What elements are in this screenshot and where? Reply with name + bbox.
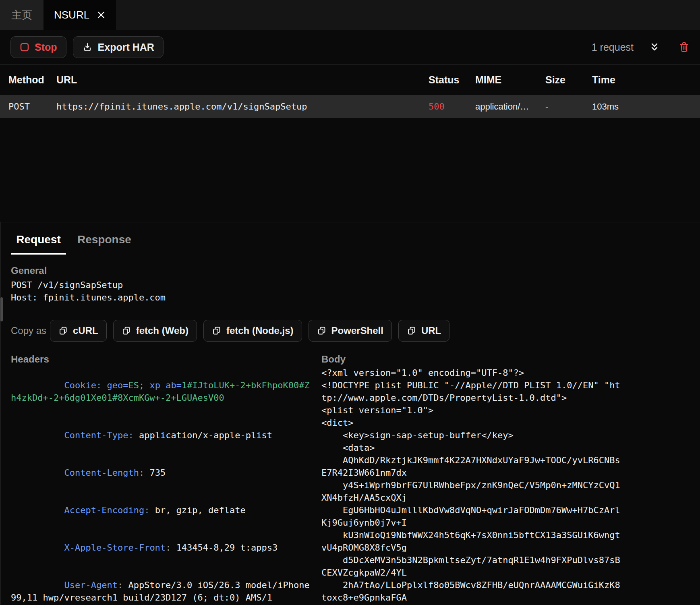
double-chevron-down-icon xyxy=(649,42,660,52)
cell-method: POST xyxy=(8,102,56,112)
copy-url-button[interactable]: URL xyxy=(398,320,449,342)
section-heading-general: General xyxy=(11,265,700,276)
copy-icon xyxy=(58,326,68,336)
headers-list: Cookie: geo=ES; xp_ab=1#IJtoLUK+-2+bkFhp… xyxy=(11,367,312,605)
request-count: 1 request xyxy=(592,41,634,53)
cell-time: 103ms xyxy=(592,102,620,112)
copy-curl-button[interactable]: cURL xyxy=(50,320,107,342)
tab-response[interactable]: Response xyxy=(77,232,131,255)
header-entry: Content-Type: application/x-apple-plist xyxy=(11,416,312,454)
general-request-line: POST /v1/signSapSetup xyxy=(11,279,700,291)
body-content: <?xml version="1.0" encoding="UTF-8"?> <… xyxy=(321,367,623,605)
column-header-time: Time xyxy=(592,74,620,86)
header-key: User-Agent xyxy=(64,580,117,590)
tab-request[interactable]: Request xyxy=(11,232,66,255)
stop-button-label: Stop xyxy=(35,41,57,53)
tab-strip-filler xyxy=(116,0,700,30)
header-entry-cookie: Cookie: geo=ES; xp_ab=1#IJtoLUK+-2+bkFhp… xyxy=(11,367,312,416)
general-section: POST /v1/signSapSetup Host: fpinit.itune… xyxy=(11,279,700,304)
header-value: 143454-8,29 t:apps3 xyxy=(176,543,278,553)
stop-icon xyxy=(20,42,29,52)
header-key: Accept-Encoding xyxy=(64,505,144,515)
stop-button[interactable]: Stop xyxy=(10,36,66,58)
download-icon xyxy=(82,42,93,52)
section-heading-body: Body xyxy=(321,354,623,365)
trash-icon xyxy=(679,41,690,53)
header-entry: X-Apple-Store-Front: 143454-8,29 t:apps3 xyxy=(11,529,312,566)
export-har-button[interactable]: Export HAR xyxy=(73,36,164,58)
section-heading-headers: Headers xyxy=(11,354,312,365)
table-header: Method URL Status MIME Size Time xyxy=(0,64,700,95)
column-header-status: Status xyxy=(429,74,475,86)
general-host-line: Host: fpinit.itunes.apple.com xyxy=(11,291,700,304)
cell-status: 500 xyxy=(429,102,475,112)
tab-home-label: 主页 xyxy=(11,8,32,22)
copy-fetch-web-label: fetch (Web) xyxy=(136,325,188,336)
copy-powershell-button[interactable]: PowerShell xyxy=(309,320,392,342)
header-value: 735 xyxy=(149,468,166,478)
header-value: br, gzip, deflate xyxy=(155,505,246,515)
header-key: X-Apple-Store-Front xyxy=(64,543,166,553)
copy-url-label: URL xyxy=(421,325,441,336)
copy-icon xyxy=(212,326,222,336)
header-key: Content-Length xyxy=(64,468,139,478)
copy-curl-label: cURL xyxy=(73,325,98,336)
header-key: Cookie xyxy=(64,380,96,390)
clear-requests-button[interactable] xyxy=(679,41,690,53)
toolbar: Stop Export HAR 1 request xyxy=(0,30,700,64)
cookie-geo-value: ES; xyxy=(128,380,149,390)
column-header-size: Size xyxy=(545,74,592,86)
request-list-empty-area xyxy=(0,118,700,222)
cell-size: - xyxy=(545,102,592,112)
export-har-label: Export HAR xyxy=(98,41,154,53)
detail-panel: Request Response General POST /v1/signSa… xyxy=(0,222,700,605)
copy-icon xyxy=(317,326,327,336)
headers-column: Headers Cookie: geo=ES; xp_ab=1#IJtoLUK+… xyxy=(11,354,312,605)
copy-icon xyxy=(407,326,416,336)
body-column: Body <?xml version="1.0" encoding="UTF-8… xyxy=(321,354,623,605)
copy-as-label: Copy as xyxy=(11,325,50,336)
header-value: AppStore/3.0 iOS/26.3 model/iPhone99,11 … xyxy=(11,580,310,603)
header-value: application/x-apple-plist xyxy=(139,430,272,440)
tab-nsurl[interactable]: NSURL xyxy=(43,0,116,30)
copy-fetch-web-button[interactable]: fetch (Web) xyxy=(113,320,197,342)
detail-columns: Headers Cookie: geo=ES; xp_ab=1#IJtoLUK+… xyxy=(11,354,700,605)
scrollbar-thumb[interactable] xyxy=(0,297,3,321)
copy-icon xyxy=(122,326,131,336)
column-header-url: URL xyxy=(56,74,429,86)
copy-fetch-node-label: fetch (Node.js) xyxy=(226,325,294,336)
header-entry: User-Agent: AppStore/3.0 iOS/26.3 model/… xyxy=(11,566,312,605)
header-entry: Accept-Encoding: br, gzip, deflate xyxy=(11,491,312,529)
cookie-xpab-key: xp_ab= xyxy=(149,380,181,390)
tab-strip: 主页 NSURL xyxy=(0,0,700,30)
tab-nsurl-label: NSURL xyxy=(54,9,89,21)
header-key: Content-Type xyxy=(64,430,128,440)
detail-tabs: Request Response xyxy=(11,222,700,255)
table-row[interactable]: POST https://fpinit.itunes.apple.com/v1/… xyxy=(0,95,700,118)
cookie-geo-key: geo= xyxy=(107,380,128,390)
cell-mime: application/… xyxy=(475,102,545,112)
collapse-all-button[interactable] xyxy=(649,42,660,52)
column-header-mime: MIME xyxy=(475,74,545,86)
copy-fetch-node-button[interactable]: fetch (Node.js) xyxy=(203,320,302,342)
column-header-method: Method xyxy=(8,74,56,86)
close-icon[interactable] xyxy=(97,10,106,19)
scrollbar-track xyxy=(0,222,1,605)
cell-url: https://fpinit.itunes.apple.com/v1/signS… xyxy=(56,102,429,112)
copy-as-row: Copy as cURL fetch (Web) fetch (Node.js)… xyxy=(11,320,700,342)
tab-home[interactable]: 主页 xyxy=(0,0,43,30)
header-entry: Content-Length: 735 xyxy=(11,454,312,491)
copy-powershell-label: PowerShell xyxy=(331,325,383,336)
